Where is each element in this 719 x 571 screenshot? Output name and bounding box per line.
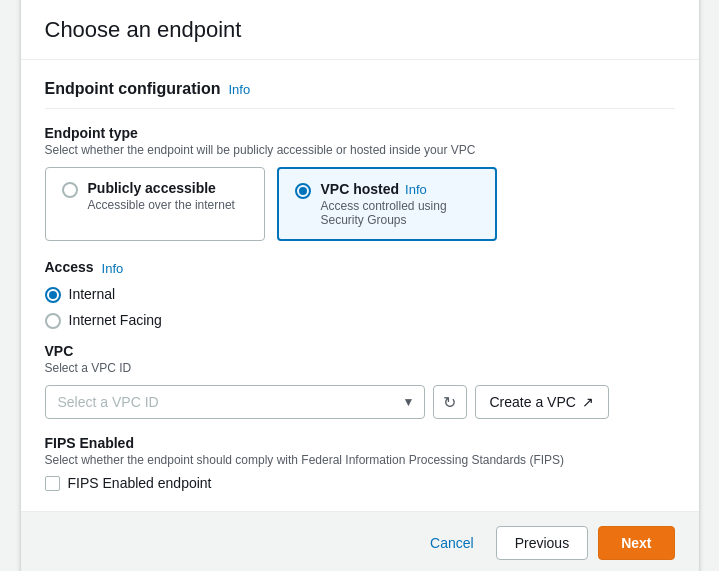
dialog-body: Endpoint configuration Info Endpoint typ… (21, 60, 699, 511)
internet-facing-radio[interactable] (45, 313, 61, 329)
dialog-title: Choose an endpoint (45, 17, 675, 43)
vpc-description: Select a VPC ID (45, 361, 675, 375)
section-header: Endpoint configuration Info (45, 80, 675, 109)
vpc-select[interactable]: Select a VPC ID (45, 385, 425, 419)
section-info-link[interactable]: Info (228, 82, 250, 97)
vpc-label: VPC (45, 343, 675, 359)
access-label-row: Access Info (45, 259, 675, 277)
fips-checkbox-row: FIPS Enabled endpoint (45, 475, 675, 491)
access-info-link[interactable]: Info (102, 261, 124, 276)
internet-facing-option[interactable]: Internet Facing (45, 311, 675, 329)
publicly-accessible-card[interactable]: Publicly accessible Accessible over the … (45, 167, 265, 241)
refresh-icon: ↻ (443, 393, 456, 412)
internal-label: Internal (69, 286, 116, 302)
publicly-accessible-desc: Accessible over the internet (88, 198, 235, 212)
refresh-button[interactable]: ↻ (433, 385, 467, 419)
vpc-select-wrapper: Select a VPC ID ▼ (45, 385, 425, 419)
publicly-accessible-title: Publicly accessible (88, 180, 235, 196)
internal-option[interactable]: Internal (45, 285, 675, 303)
internal-radio[interactable] (45, 287, 61, 303)
vpc-hosted-card[interactable]: VPC hosted Info Access controlled using … (277, 167, 497, 241)
fips-label: FIPS Enabled (45, 435, 675, 451)
vpc-hosted-radio[interactable] (295, 183, 311, 199)
fips-checkbox[interactable] (45, 476, 60, 491)
section-title: Endpoint configuration (45, 80, 221, 98)
vpc-hosted-desc: Access controlled using Security Groups (321, 199, 479, 227)
create-vpc-button[interactable]: Create a VPC ↗ (475, 385, 609, 419)
vpc-field: VPC Select a VPC ID Select a VPC ID ▼ ↻ … (45, 343, 675, 419)
dialog-footer: Cancel Previous Next (21, 511, 699, 571)
create-vpc-label: Create a VPC (490, 394, 576, 410)
vpc-hosted-info-link[interactable]: Info (405, 182, 427, 197)
endpoint-type-description: Select whether the endpoint will be publ… (45, 143, 675, 157)
endpoint-type-cards: Publicly accessible Accessible over the … (45, 167, 675, 241)
previous-button[interactable]: Previous (496, 526, 588, 560)
endpoint-type-label: Endpoint type (45, 125, 675, 141)
vpc-hosted-title-row: VPC hosted Info (321, 181, 479, 197)
publicly-accessible-radio[interactable] (62, 182, 78, 198)
external-link-icon: ↗ (582, 394, 594, 410)
vpc-controls: Select a VPC ID ▼ ↻ Create a VPC ↗ (45, 385, 675, 419)
fips-field: FIPS Enabled Select whether the endpoint… (45, 435, 675, 491)
next-button[interactable]: Next (598, 526, 674, 560)
publicly-accessible-content: Publicly accessible Accessible over the … (88, 180, 235, 212)
access-label: Access (45, 259, 94, 275)
fips-description: Select whether the endpoint should compl… (45, 453, 675, 467)
vpc-hosted-content: VPC hosted Info Access controlled using … (321, 181, 479, 227)
fips-checkbox-label: FIPS Enabled endpoint (68, 475, 212, 491)
access-field: Access Info Internal Internet Facing (45, 259, 675, 329)
vpc-hosted-title: VPC hosted (321, 181, 400, 197)
cancel-button[interactable]: Cancel (418, 527, 486, 559)
internet-facing-label: Internet Facing (69, 312, 162, 328)
choose-endpoint-dialog: Choose an endpoint Endpoint configuratio… (20, 0, 700, 571)
dialog-header: Choose an endpoint (21, 0, 699, 60)
endpoint-type-group: Endpoint type Select whether the endpoin… (45, 125, 675, 241)
